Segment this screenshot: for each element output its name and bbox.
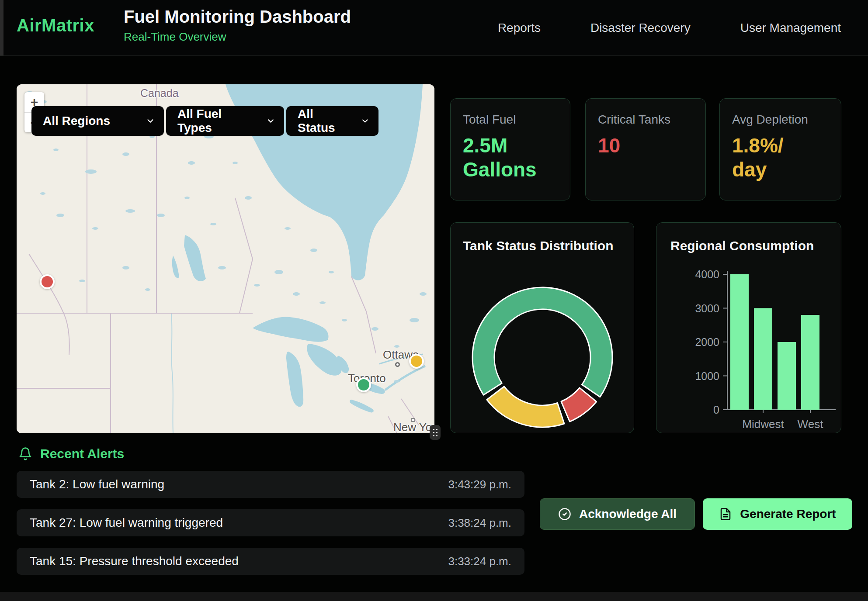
donut-segment-yellow-warning [487, 387, 564, 427]
chevron-down-icon [361, 116, 370, 126]
x-tick-label: West [798, 418, 824, 431]
stat-value-line1: 10 [598, 134, 620, 157]
map-label-new-york: New York [393, 421, 434, 433]
regional-consumption-card: Regional Consumption 01000200030004000Mi… [656, 222, 841, 433]
status-filter-value: All Status [298, 107, 350, 135]
stat-value-line2: day [732, 158, 767, 181]
y-tick-label: 1000 [695, 370, 719, 382]
regional-consumption-bar-chart: 01000200030004000MidwestWest [656, 223, 842, 434]
stat-value-line1: 1.8%/ [732, 134, 784, 157]
alert-message: Tank 27: Low fuel warning triggered [30, 516, 223, 530]
stat-value-line2: Gallons [463, 158, 537, 181]
check-circle-icon [558, 508, 571, 521]
tank-status-distribution-card: Tank Status Distribution [450, 222, 634, 433]
bell-icon [18, 447, 32, 461]
nav-item-reports[interactable]: Reports [498, 21, 541, 35]
stat-card-critical-tanks: Critical Tanks 10 [585, 98, 706, 200]
y-tick-label: 0 [713, 404, 719, 416]
acknowledge-all-button[interactable]: Acknowledge All [540, 498, 695, 530]
map-marker-warning[interactable] [409, 354, 424, 369]
donut-segment-red-critical [561, 388, 597, 421]
app-logo[interactable]: AirMatrix [17, 16, 94, 35]
stat-value: 1.8%/ day [732, 134, 829, 182]
status-filter-dropdown[interactable]: All Status [286, 106, 378, 136]
fuel-type-filter-dropdown[interactable]: All Fuel Types [166, 106, 284, 136]
fuel-type-filter-value: All Fuel Types [177, 107, 256, 135]
file-text-icon [719, 508, 732, 521]
bar-region-2 [778, 342, 796, 410]
y-tick-label: 4000 [695, 268, 719, 280]
stat-value: 10 [598, 134, 693, 158]
bottom-scrollbar-track [0, 592, 868, 601]
bar-region-3 [801, 315, 819, 410]
map-marker-normal[interactable] [356, 377, 371, 392]
dashboard-page: AirMatrix Fuel Monitoring Dashboard Real… [0, 0, 868, 601]
main-nav: Reports Disaster Recovery User Managemen… [498, 0, 868, 55]
alert-message: Tank 2: Low fuel warning [30, 477, 164, 491]
generate-report-label: Generate Report [740, 507, 836, 521]
map-label-canada: Canada [140, 87, 179, 100]
new-york-poi-icon [411, 418, 415, 422]
nav-item-user-management[interactable]: User Management [740, 21, 841, 35]
y-tick-label: 3000 [695, 302, 719, 314]
tank-status-donut-chart [451, 223, 635, 434]
alert-message: Tank 15: Pressure threshold exceeded [30, 554, 239, 568]
nav-item-disaster-recovery[interactable]: Disaster Recovery [590, 21, 691, 35]
recent-alerts-title: Recent Alerts [40, 446, 124, 461]
app-header: AirMatrix Fuel Monitoring Dashboard Real… [0, 0, 868, 56]
map-filters: All Regions All Fuel Types All Status [31, 106, 378, 136]
acknowledge-all-label: Acknowledge All [579, 507, 677, 521]
drag-handle-icon[interactable] [430, 425, 441, 440]
page-title: Fuel Monitoring Dashboard [124, 7, 351, 27]
region-filter-value: All Regions [43, 114, 110, 128]
stat-label: Avg Depletion [732, 113, 829, 127]
generate-report-button[interactable]: Generate Report [703, 498, 852, 530]
stat-label: Critical Tanks [598, 113, 693, 127]
bar-region-1 [754, 308, 772, 410]
y-tick-label: 2000 [695, 336, 719, 348]
region-filter-dropdown[interactable]: All Regions [31, 106, 164, 136]
stat-value-line1: 2.5M [463, 134, 507, 157]
map-marker-critical[interactable] [40, 274, 55, 289]
alert-row: Tank 2: Low fuel warning 3:43:29 p.m. [17, 471, 524, 498]
stat-card-total-fuel: Total Fuel 2.5M Gallons [450, 98, 570, 200]
stat-card-avg-depletion: Avg Depletion 1.8%/ day [719, 98, 841, 200]
x-tick-label: Midwest [742, 418, 784, 431]
alert-timestamp: 3:43:29 p.m. [448, 478, 511, 491]
stat-value: 2.5M Gallons [463, 134, 558, 182]
map-panel[interactable]: Canada Ottawa Toronto New York + − All R… [17, 84, 434, 433]
donut-segment-green-normal [472, 287, 612, 397]
window-edge [0, 0, 3, 55]
header-titles: Fuel Monitoring Dashboard Real-Time Over… [124, 7, 351, 44]
alert-timestamp: 3:38:24 p.m. [448, 516, 511, 530]
stat-label: Total Fuel [463, 113, 558, 127]
page-subtitle: Real-Time Overview [124, 30, 351, 44]
alert-row: Tank 27: Low fuel warning triggered 3:38… [17, 509, 524, 536]
chevron-down-icon [266, 116, 275, 126]
ottawa-poi-icon [395, 362, 400, 367]
alert-row: Tank 15: Pressure threshold exceeded 3:3… [17, 548, 524, 575]
bar-region-0 [730, 274, 749, 410]
alert-timestamp: 3:33:24 p.m. [448, 555, 511, 568]
recent-alerts-header: Recent Alerts [18, 446, 124, 461]
chevron-down-icon [146, 116, 155, 126]
